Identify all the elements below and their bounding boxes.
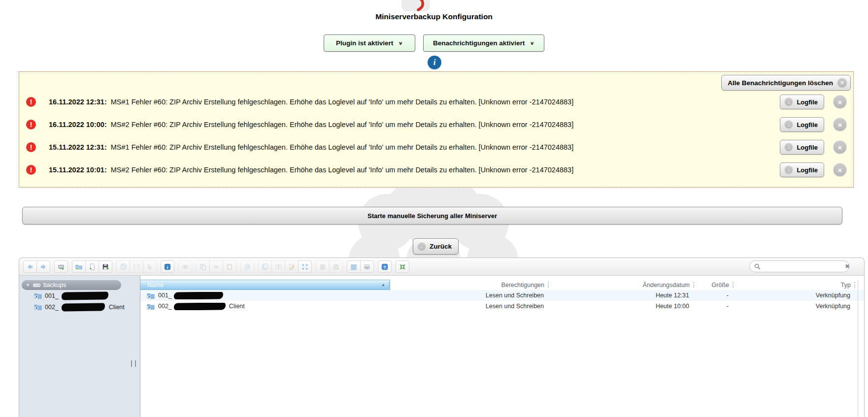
info-icon: i bbox=[428, 56, 441, 69]
notification-timestamp: 16.11.2022 12:31: bbox=[49, 98, 107, 106]
clear-all-notifications-button[interactable]: Alle Benachrichtigungen löschen × bbox=[721, 75, 851, 91]
notifications-panel: Alle Benachrichtigungen löschen × !16.11… bbox=[19, 71, 854, 188]
toolbar-group: ? bbox=[378, 260, 392, 273]
file-size: - bbox=[703, 303, 742, 310]
info-icon[interactable]: i bbox=[161, 260, 174, 273]
tree-item[interactable]: 001_ bbox=[19, 290, 140, 301]
notifications-state-select[interactable]: Benachrichtigungen aktiviert ∨ bbox=[423, 34, 544, 52]
dismiss-notification-button[interactable]: × bbox=[833, 95, 847, 109]
search-icon bbox=[754, 263, 761, 270]
column-resize-grip[interactable] bbox=[854, 282, 855, 288]
notification-message: MS#1 Fehler #60: ZIP Archiv Erstellung f… bbox=[109, 143, 573, 151]
file-list-panel: Name ▲ Berechtigungen Änderungsdatum Grö… bbox=[140, 276, 864, 417]
edit-icon bbox=[285, 260, 299, 273]
column-header-size[interactable]: Größe bbox=[703, 282, 742, 289]
history-forward-icon[interactable] bbox=[36, 260, 50, 273]
column-resize-grip[interactable] bbox=[693, 282, 694, 288]
redaction-mark bbox=[174, 292, 223, 299]
copy-icon bbox=[196, 260, 210, 273]
sort-icon[interactable]: a|z bbox=[360, 260, 374, 273]
collapse-triangle-icon[interactable]: ▼ bbox=[26, 283, 30, 288]
new-folder-icon[interactable] bbox=[72, 260, 86, 273]
file-row[interactable]: 001_Lesen und SchreibenHeute 12:31-Verkn… bbox=[140, 290, 864, 301]
notification-timestamp: 16.11.2022 10:00: bbox=[49, 121, 107, 128]
back-label: Zurück bbox=[430, 243, 452, 250]
tree-item-label-suffix: Client bbox=[109, 304, 125, 311]
plugin-state-select[interactable]: Plugin ist aktiviert ∨ bbox=[324, 34, 415, 52]
cut-icon: ✂ bbox=[209, 260, 223, 273]
column-resize-grip[interactable] bbox=[733, 282, 734, 288]
file-name-suffix: Client bbox=[229, 303, 245, 310]
tree-root-backups[interactable]: ▼ backups bbox=[22, 280, 121, 290]
search-input[interactable] bbox=[764, 262, 842, 270]
logfile-button[interactable]: ↓Logfile bbox=[780, 162, 824, 177]
toolbar-group bbox=[316, 260, 343, 273]
help-icon[interactable]: ? bbox=[378, 260, 392, 273]
column-header-date[interactable]: Änderungsdatum bbox=[558, 282, 703, 289]
download-arrow-icon: ↓ bbox=[784, 120, 793, 129]
dismiss-notification-button[interactable]: × bbox=[833, 163, 847, 177]
dismiss-notification-button[interactable]: × bbox=[833, 140, 847, 154]
toolbar-group bbox=[23, 260, 50, 273]
column-header-perm[interactable]: Berechtigungen bbox=[390, 282, 558, 289]
search-box[interactable]: ✖ bbox=[749, 260, 849, 272]
controls-row: Plugin ist aktiviert ∨ Benachrichtigunge… bbox=[0, 34, 868, 52]
resize-icon[interactable] bbox=[298, 260, 312, 273]
back-button[interactable]: ← Zurück bbox=[413, 238, 459, 255]
column-header-type[interactable]: Typ bbox=[742, 282, 864, 289]
file-manager-toolbar: i✂a|z? ✖ bbox=[19, 258, 864, 276]
preview-icon bbox=[178, 260, 192, 273]
column-resize-grip[interactable] bbox=[548, 282, 549, 288]
notifications-state-value: Benachrichtigungen aktiviert bbox=[433, 39, 525, 47]
notification-row: !16.11.2022 10:00: MS#2 Fehler #60: ZIP … bbox=[19, 113, 853, 136]
history-back-icon[interactable] bbox=[23, 260, 37, 273]
file-type: Verknüpfung bbox=[742, 303, 864, 310]
upload-icon[interactable] bbox=[99, 260, 112, 273]
tree-item-label: 002_ bbox=[45, 304, 59, 311]
logfile-button[interactable]: ↓Logfile bbox=[780, 95, 824, 109]
close-icon: × bbox=[837, 78, 847, 88]
toolbar-group: ✂ bbox=[196, 260, 236, 273]
drive-icon bbox=[33, 283, 40, 288]
notification-message: MS#2 Fehler #60: ZIP Archiv Erstellung f… bbox=[109, 166, 573, 174]
file-list-header: Name ▲ Berechtigungen Änderungsdatum Grö… bbox=[140, 280, 864, 290]
manual-backup-button[interactable]: Starte manuelle Sicherung aller Miniserv… bbox=[22, 207, 842, 225]
clear-search-icon[interactable]: ✖ bbox=[845, 263, 850, 269]
restore-icon bbox=[240, 260, 254, 273]
toolbar-group bbox=[116, 260, 157, 273]
scrollbar-gutter bbox=[858, 280, 858, 417]
panel-resize-handle[interactable] bbox=[131, 360, 136, 367]
new-file-icon[interactable] bbox=[85, 260, 99, 273]
file-size: - bbox=[703, 292, 742, 299]
view-list-icon[interactable] bbox=[347, 260, 361, 273]
toolbar-group bbox=[258, 260, 312, 273]
archive-icon bbox=[316, 260, 330, 273]
notification-timestamp: 15.11.2022 10:01: bbox=[49, 166, 107, 174]
tree-item[interactable]: 002_Client bbox=[19, 301, 140, 313]
archive-add-icon bbox=[329, 260, 343, 273]
toolbar-group bbox=[396, 260, 409, 273]
logfile-button[interactable]: ↓Logfile bbox=[780, 117, 824, 132]
svg-text:?: ? bbox=[383, 264, 386, 269]
dismiss-notification-button[interactable]: × bbox=[833, 118, 847, 131]
save-icon bbox=[130, 260, 143, 273]
folder-tree-panel: ▼ backups 001_002_Client bbox=[19, 276, 140, 417]
clear-all-label: Alle Benachrichtigungen löschen bbox=[728, 79, 833, 87]
column-header-name[interactable]: Name ▲ bbox=[140, 280, 390, 290]
fullscreen-icon[interactable] bbox=[396, 260, 409, 273]
notification-row: !15.11.2022 10:01: MS#2 Fehler #60: ZIP … bbox=[19, 159, 853, 181]
file-name: 002_ bbox=[158, 303, 172, 310]
column-resize-grip[interactable] bbox=[389, 282, 390, 288]
toolbar-group bbox=[72, 260, 112, 273]
redaction-mark bbox=[62, 303, 105, 311]
file-row[interactable]: 002_ClientLesen und SchreibenHeute 10:00… bbox=[140, 301, 864, 312]
file-modified-date: Heute 12:31 bbox=[558, 292, 703, 299]
notification-row: !15.11.2022 12:31: MS#1 Fehler #60: ZIP … bbox=[19, 136, 853, 159]
error-icon: ! bbox=[26, 97, 36, 107]
logfile-button[interactable]: ↓Logfile bbox=[780, 140, 824, 155]
notification-text: 15.11.2022 10:01: MS#2 Fehler #60: ZIP A… bbox=[49, 166, 573, 174]
error-icon: ! bbox=[26, 142, 36, 152]
redaction-mark bbox=[174, 303, 226, 310]
shortcut-folder-icon bbox=[147, 292, 155, 299]
netmount-icon[interactable] bbox=[54, 260, 68, 273]
